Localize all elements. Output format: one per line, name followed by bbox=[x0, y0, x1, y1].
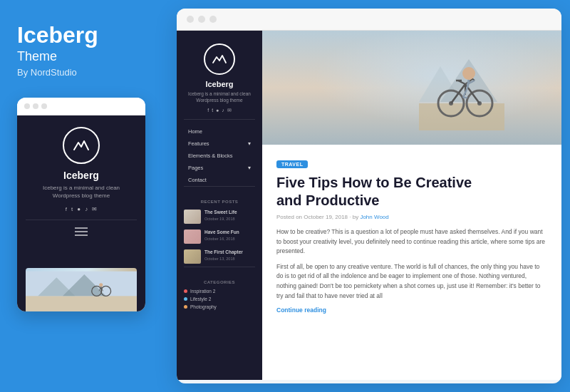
recent-post-1-info: The Sweet Life October 19, 2018 bbox=[204, 210, 255, 220]
category-dot-1 bbox=[184, 289, 187, 293]
site-social-icons: f t ● ♪ ✉ bbox=[207, 108, 232, 113]
main-article-area: TRAVEL Five Tips How to Be Creative and … bbox=[262, 31, 561, 380]
recent-post-3-info: The First Chapter October 13, 2018 bbox=[204, 249, 255, 260]
recent-post-2-title: Have Some Fun bbox=[204, 229, 255, 235]
browser-body: Iceberg Iceberg is a minimal and clean W… bbox=[177, 31, 561, 380]
mobile-hamburger-icon[interactable] bbox=[75, 227, 88, 236]
nav-item-contact[interactable]: Contact bbox=[184, 174, 255, 186]
brand-info: Iceberg Theme By NordStudio bbox=[17, 23, 160, 78]
dot-1 bbox=[24, 103, 30, 109]
recent-post-2-thumb bbox=[184, 229, 201, 244]
recent-post-1-title: The Sweet Life bbox=[204, 210, 255, 215]
recent-post-1[interactable]: The Sweet Life October 19, 2018 bbox=[184, 207, 255, 227]
article-tag[interactable]: TRAVEL bbox=[276, 160, 308, 168]
browser-dot-1 bbox=[187, 16, 194, 23]
category-photography[interactable]: Photography bbox=[184, 303, 255, 311]
nav-item-home[interactable]: Home bbox=[184, 125, 255, 138]
categories-heading: CATEGORIES bbox=[200, 273, 239, 287]
nav-contact-label: Contact bbox=[188, 177, 207, 183]
article-body: TRAVEL Five Tips How to Be Creative and … bbox=[262, 145, 561, 325]
nav-item-features[interactable]: Features ▾ bbox=[184, 138, 255, 150]
nav-elements-label: Elements & Blocks bbox=[188, 153, 233, 159]
mobile-social-icons: f t ● ♪ ✉ bbox=[66, 206, 97, 212]
mobile-hero-image bbox=[26, 268, 137, 311]
recent-post-2-date: October 16, 2018 bbox=[204, 237, 255, 241]
recent-post-3-date: October 13, 2018 bbox=[204, 257, 255, 261]
svg-point-8 bbox=[99, 283, 103, 287]
svg-point-25 bbox=[462, 67, 475, 80]
category-label-2: Lifestyle 2 bbox=[190, 296, 211, 301]
browser-dot-3 bbox=[209, 16, 217, 23]
mobile-logo bbox=[63, 127, 100, 164]
icon-instagram: ● bbox=[216, 108, 219, 113]
icon-twitter: t bbox=[212, 108, 213, 113]
mobile-content: Iceberg Iceberg is a minimal and cleanWo… bbox=[17, 115, 145, 311]
nav-features-arrow: ▾ bbox=[248, 140, 251, 147]
nav-features-label: Features bbox=[188, 140, 209, 147]
browser-dot-2 bbox=[198, 16, 205, 23]
dot-2 bbox=[33, 103, 38, 109]
social-fb: f bbox=[66, 206, 67, 212]
social-ig: ● bbox=[77, 206, 81, 212]
category-inspiration[interactable]: Inspiration 2 bbox=[184, 287, 255, 295]
brand-title: Iceberg bbox=[17, 23, 160, 48]
icon-whatsapp: ✉ bbox=[227, 108, 232, 113]
hero-bike-illustration bbox=[419, 45, 504, 130]
site-name: Iceberg bbox=[205, 80, 233, 88]
recent-post-1-thumb bbox=[184, 210, 201, 224]
category-dot-3 bbox=[184, 305, 187, 309]
recent-post-3-thumb bbox=[184, 249, 201, 264]
author-link[interactable]: John Wood bbox=[360, 214, 388, 220]
categories-list: Inspiration 2 Lifestyle 2 Photography bbox=[184, 287, 255, 311]
mobile-brand-desc: Iceberg is a minimal and cleanWordpress … bbox=[43, 184, 120, 200]
continue-reading-link[interactable]: Continue reading bbox=[276, 306, 547, 314]
mobile-preview: Iceberg Iceberg is a minimal and cleanWo… bbox=[17, 98, 145, 311]
nav-item-pages[interactable]: Pages ▾ bbox=[184, 162, 255, 174]
brand-author: By NordStudio bbox=[17, 67, 160, 78]
article-meta: Posted on October 19, 2018 · by John Woo… bbox=[276, 214, 547, 220]
sidebar-divider-3 bbox=[184, 267, 255, 267]
nav-pages-arrow: ▾ bbox=[248, 165, 251, 171]
social-tw: t bbox=[71, 206, 73, 212]
social-tik: ♪ bbox=[85, 206, 88, 212]
social-wa: ✉ bbox=[92, 206, 97, 212]
mobile-titlebar bbox=[17, 98, 145, 115]
site-navigation: Home Features ▾ Elements & Blocks Pages … bbox=[184, 125, 255, 186]
mobile-brand-name: Iceberg bbox=[63, 170, 99, 181]
site-logo bbox=[204, 43, 235, 75]
brand-subtitle: Theme bbox=[17, 49, 160, 64]
category-dot-2 bbox=[184, 297, 187, 301]
category-label-3: Photography bbox=[190, 304, 217, 309]
recent-post-3[interactable]: The First Chapter October 13, 2018 bbox=[184, 247, 255, 267]
sidebar-divider-2 bbox=[184, 186, 255, 187]
article-title: Five Tips How to Be Creative and Product… bbox=[276, 174, 547, 210]
category-label-1: Inspiration 2 bbox=[190, 289, 215, 294]
hero-image-bg bbox=[262, 31, 561, 145]
category-lifestyle[interactable]: Lifestyle 2 bbox=[184, 295, 255, 303]
svg-rect-1 bbox=[26, 296, 137, 312]
recent-post-3-title: The First Chapter bbox=[204, 249, 255, 255]
recent-posts-heading: RECENT POSTS bbox=[197, 192, 243, 207]
recent-post-1-date: October 19, 2018 bbox=[204, 217, 255, 221]
main-browser-window: Iceberg Iceberg is a minimal and clean W… bbox=[177, 9, 561, 383]
nav-item-elements[interactable]: Elements & Blocks bbox=[184, 150, 255, 162]
nav-pages-label: Pages bbox=[188, 165, 203, 171]
site-description: Iceberg is a minimal and clean Wordpress… bbox=[184, 91, 255, 103]
browser-titlebar bbox=[177, 9, 561, 31]
mobile-divider bbox=[26, 220, 137, 220]
recent-post-2-info: Have Some Fun October 16, 2018 bbox=[204, 229, 255, 240]
article-paragraph-1: How to be creative? This is a question a… bbox=[276, 227, 547, 257]
icon-tiktok: ♪ bbox=[222, 108, 224, 113]
hero-image bbox=[262, 31, 561, 145]
article-paragraph-2: First of all, be open to any creative ve… bbox=[276, 262, 547, 301]
icon-facebook: f bbox=[207, 108, 209, 113]
dot-3 bbox=[41, 103, 47, 109]
nav-home-label: Home bbox=[188, 128, 202, 135]
sidebar-divider-top bbox=[184, 119, 255, 120]
site-sidebar: Iceberg Iceberg is a minimal and clean W… bbox=[177, 31, 262, 380]
recent-post-2[interactable]: Have Some Fun October 16, 2018 bbox=[184, 227, 255, 247]
left-panel: Iceberg Theme By NordStudio Iceberg Iceb… bbox=[0, 0, 177, 392]
recent-posts-list: The Sweet Life October 19, 2018 Have Som… bbox=[184, 207, 255, 267]
